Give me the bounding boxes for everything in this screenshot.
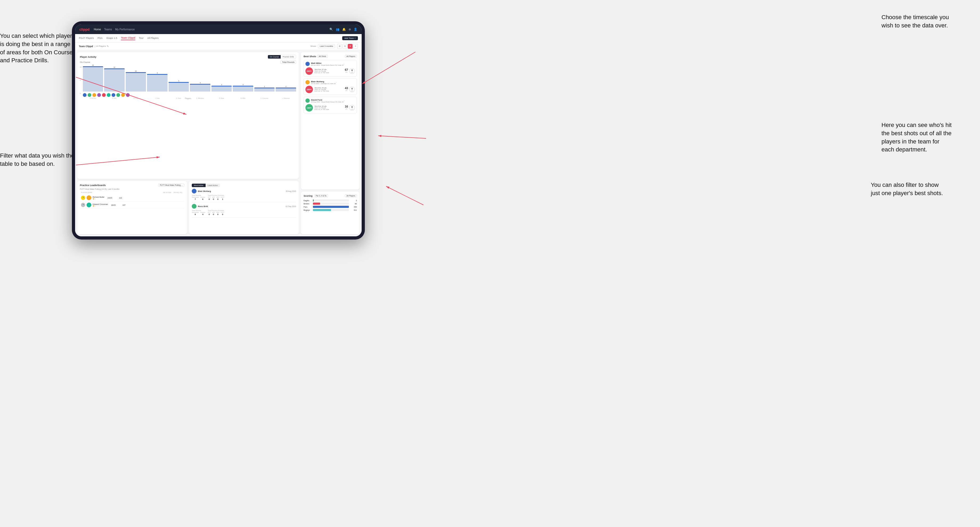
most-active-card: Most Active Least Active Blair McHarg 26…: [189, 181, 299, 234]
shot-3-details: 198 SG Shot Dist: 16 yds Start Lie: Roug…: [305, 104, 355, 111]
list-view[interactable]: ≡: [353, 44, 358, 49]
nav-links: Home Teams My Performance: [94, 28, 329, 31]
team-name: Team Clippd: [79, 45, 93, 48]
shot-1-location: 09 Jun 2023 · Royal North Devon GC Hole …: [311, 64, 344, 66]
scoring-title: Scoring: [304, 195, 313, 197]
annotation-2-text: Filter what data you wish the table to b…: [0, 152, 74, 167]
avatar-mcharg-shot: [305, 80, 310, 84]
gtt-stat-2: GTT 0: [208, 211, 210, 216]
nav-home[interactable]: Home: [94, 28, 101, 31]
svg-line-4: [378, 136, 426, 138]
bar-coles: 9: [147, 72, 167, 92]
left-panel: Player Activity On Course Practice Drill…: [77, 52, 299, 234]
practice-val: 6: [202, 198, 203, 200]
shot-1-details: 200 SG Shot Dist: 67 yds Start Lie: Roug…: [305, 67, 355, 75]
search-icon[interactable]: 🔍: [329, 28, 333, 31]
scoring-bogeys: Bogeys 311: [304, 209, 357, 211]
rounds-group: Total Rounds Tournament 7 Practice: [192, 195, 205, 200]
y-label-0: 0: [80, 93, 82, 94]
eagles-val: 3: [349, 200, 357, 202]
on-course-label: On Course: [80, 61, 90, 63]
avatar-crossman-lb: [86, 203, 91, 207]
x-axis-label: Players: [185, 97, 191, 99]
user-icon[interactable]: 👤: [354, 28, 357, 31]
shot-row-3[interactable]: David Ford 24 Aug 2023 · Royal North Dev…: [304, 97, 357, 113]
scoring-header: Scoring Par 3, 4 & 5s All Players: [304, 194, 357, 197]
shot-3-badge: 198 SG: [305, 104, 313, 111]
annotation-4-text: Here you can see who's hitthe best shots…: [881, 122, 951, 153]
shot-row-2[interactable]: Blair McHarg 23 Jul 2023 · Ashridge GC H…: [304, 78, 357, 95]
bar-mcharg: 13: [83, 64, 103, 92]
shot-2-yds: 43 yds 0 yds: [345, 86, 355, 92]
grid3-view[interactable]: ⊟: [342, 44, 347, 49]
heart-view[interactable]: ♥: [348, 44, 353, 49]
nav-teams[interactable]: Teams: [104, 28, 112, 31]
activity-toggle-group: On Course Practice Drills: [268, 55, 296, 59]
practice-drills-toggle[interactable]: Practice Drills: [281, 55, 296, 59]
tournament-stat: Tournament 7: [192, 197, 199, 200]
pars-label: Pars: [304, 206, 313, 208]
avatar-ford: [92, 93, 96, 97]
eagles-bar: [313, 199, 349, 202]
bar-avatars: [83, 92, 296, 97]
chevron-right-icon-1: ›: [344, 62, 344, 65]
grid2-view[interactable]: ⊞: [337, 44, 342, 49]
on-course-toggle[interactable]: On Course: [268, 55, 281, 59]
nav-icons: 🔍 👥 🔔 ⊕ 👤: [329, 28, 357, 31]
show-dropdown[interactable]: Last 3 months: [318, 44, 335, 48]
shot-3-yds-carry: 16 yds: [345, 105, 348, 111]
active-player-2-stats: Total Rounds Tournament 8 Practice: [192, 210, 296, 216]
most-active-tab[interactable]: Most Active: [192, 184, 205, 187]
shot-3-player-info: David Ford 24 Aug 2023 · Royal North Dev…: [311, 99, 344, 103]
tournament-val: 7: [195, 198, 196, 200]
bell-icon[interactable]: 🔔: [342, 28, 346, 31]
avatar-robertson: [126, 93, 130, 97]
add-team-button[interactable]: Add Team +: [342, 36, 358, 40]
tab-hcaps[interactable]: Hcaps 1-5: [106, 37, 117, 40]
shot-row-1[interactable]: Matt Miller 09 Jun 2023 · Royal North De…: [304, 60, 357, 77]
total-rounds-filter[interactable]: Total Rounds: [280, 60, 296, 64]
best-shots-card: Best Shots All Shots All Players Matt Mi…: [301, 52, 360, 189]
lb-row-2[interactable]: 🥈 Edward Crossman 🏆 2 18/20 107: [80, 202, 184, 209]
nav-performance[interactable]: My Performance: [115, 28, 135, 31]
shots-filter-group: All Shots: [317, 55, 328, 58]
lb-player-1-info: Richard Butler 🏆 1: [93, 196, 104, 200]
scoring-players-filter[interactable]: All Players: [345, 194, 357, 197]
active-player-2-date: 02 Sep 2023: [285, 205, 296, 207]
shot-2-details: 200 SG Shot Dist: 43 yds Start Lie: Roug…: [305, 86, 355, 93]
leaderboard-columns: PLAYER NAME PB SCORE PB AVG SQ: [80, 192, 184, 193]
leaderboard-card: Practice Leaderboards PUTT Must Make Put…: [77, 181, 187, 234]
lb-row-1[interactable]: 🥇 Richard Butler 🏆 1 19/20 110: [80, 194, 184, 202]
shot-2-location: 23 Jul 2023 · Ashridge GC Hole 15: [311, 83, 336, 84]
scoring-filter[interactable]: Par 3, 4 & 5s: [314, 194, 328, 197]
tournament-stat-2: Tournament 8: [192, 211, 199, 216]
active-tabs: Most Active Least Active: [192, 184, 296, 187]
bar-ebert: 5: [169, 80, 189, 92]
chevron-right-icon-3: ›: [344, 99, 344, 102]
tab-all-players[interactable]: All Players: [147, 37, 159, 40]
lb-avg-1: 110: [115, 197, 126, 199]
plus-icon[interactable]: ⊕: [348, 28, 351, 31]
shot-2-yds-remaining: 0 yds: [349, 86, 355, 92]
active-player-2-header: Rees Britt 02 Sep 2023: [192, 204, 296, 209]
tab-pgat[interactable]: PGAT Players: [79, 37, 94, 40]
practice-stat: Practice 6: [200, 197, 205, 200]
tab-team-clippd[interactable]: Team Clippd: [121, 37, 135, 40]
annotation-2: Filter what data you wish the table to b…: [0, 152, 75, 168]
pars-val: 499: [349, 206, 357, 208]
y-label-5: 5: [80, 79, 82, 81]
avatar-ford-shot: [305, 98, 310, 103]
users-icon[interactable]: 👥: [336, 28, 339, 31]
least-active-tab[interactable]: Least Active: [205, 184, 220, 187]
tab-pga[interactable]: PGA: [97, 37, 103, 40]
activity-title: Player Activity: [80, 56, 268, 58]
tab-tour[interactable]: Tour: [139, 37, 144, 40]
all-shots-filter[interactable]: All Shots: [317, 55, 328, 58]
lb-avg-2: 107: [119, 204, 129, 206]
leaderboard-filter[interactable]: PUTT Must Make Putting ...: [158, 184, 184, 187]
right-panel: Best Shots All Shots All Players Matt Mi…: [301, 52, 360, 234]
rounds-group-2: Total Rounds Tournament 8 Practice: [192, 210, 205, 216]
chart-footer: Players: [80, 97, 296, 99]
edit-icon[interactable]: ✎: [107, 45, 109, 48]
all-players-filter[interactable]: All Players: [345, 55, 357, 58]
